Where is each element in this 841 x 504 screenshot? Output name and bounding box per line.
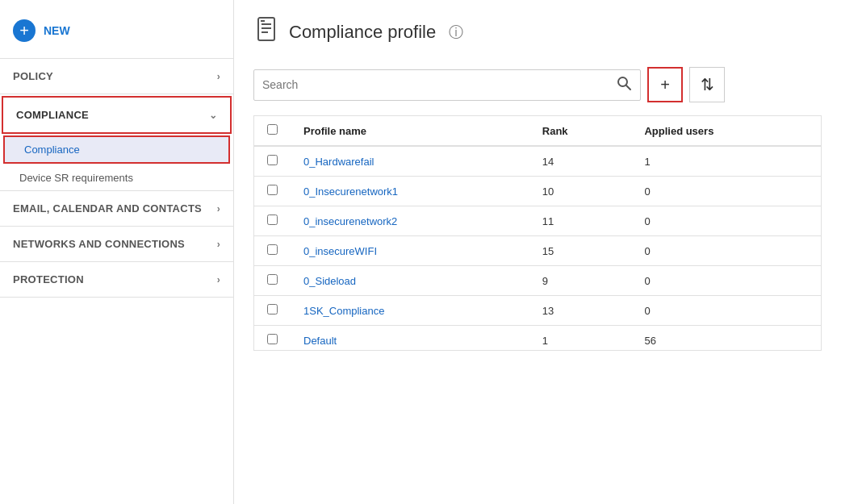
row-checkbox[interactable] [267,274,278,285]
sidebar-item-email[interactable]: EMAIL, CALENDAR AND CONTACTS › [0,191,233,226]
table-row: 0_insecurenetwork2 11 0 [254,206,822,236]
toolbar: + ⇅ [253,67,822,102]
table-row: 0_Insecurenetwork1 10 0 [254,177,822,206]
rank-cell: 11 [529,206,632,236]
protection-label: PROTECTION [13,273,84,285]
row-checkbox-cell[interactable] [254,326,291,351]
networks-chevron-icon: › [217,239,220,250]
compliance-chevron-icon: ⌄ [209,110,217,121]
sidebar-section-email: EMAIL, CALENDAR AND CONTACTS › [0,191,233,227]
rank-cell: 9 [529,266,632,296]
email-label: EMAIL, CALENDAR AND CONTACTS [13,202,202,215]
sidebar: + NEW POLICY › COMPLIANCE ⌄ Compliance D… [0,0,234,504]
applied-users-cell: 0 [631,296,821,326]
profile-name-cell[interactable]: 0_Insecurenetwork1 [291,177,529,206]
table-row: 0_Sideload 9 0 [254,266,822,296]
email-chevron-icon: › [217,203,220,215]
rank-cell: 13 [529,296,632,326]
table-row: 0_insecureWIFI 15 0 [254,236,822,266]
table-row: 1SK_Compliance 13 0 [254,296,822,326]
applied-users-cell: 56 [631,326,821,351]
sidebar-item-protection[interactable]: PROTECTION › [0,262,233,297]
applied-users-cell: 1 [631,146,821,177]
applied-users-header: Applied users [631,116,821,147]
row-checkbox[interactable] [267,304,278,314]
sidebar-item-compliance-compliance[interactable]: Compliance [3,135,230,164]
table-row: Default 1 56 [254,326,822,351]
profile-name-cell[interactable]: 0_Hardwarefail [291,146,529,177]
new-button-label: NEW [44,24,70,37]
row-checkbox[interactable] [267,185,278,195]
rank-header: Rank [529,116,632,147]
search-box[interactable] [253,69,641,101]
help-icon[interactable]: ⓘ [449,23,463,42]
applied-users-cell: 0 [631,206,821,236]
policy-chevron-icon: › [217,71,220,82]
profile-name-cell[interactable]: 0_Sideload [291,266,529,296]
compliance-profile-icon [253,16,279,48]
row-checkbox-cell[interactable] [254,146,291,177]
compliance-link: Compliance [24,144,80,156]
row-checkbox[interactable] [267,244,278,255]
profile-name-cell[interactable]: 0_insecureWIFI [291,236,529,266]
rank-cell: 10 [529,177,632,206]
page-title: Compliance profile [289,22,436,43]
sidebar-item-networks[interactable]: NETWORKS AND CONNECTIONS › [0,227,233,261]
main-content: Compliance profile ⓘ + ⇅ [234,0,841,504]
new-plus-icon: + [13,19,36,42]
row-checkbox-cell[interactable] [254,177,291,206]
profile-name-header: Profile name [291,116,529,147]
rank-cell: 15 [529,236,632,266]
row-checkbox[interactable] [267,334,278,344]
policy-label: POLICY [13,70,53,82]
rank-cell: 14 [529,146,632,177]
row-checkbox-cell[interactable] [254,206,291,236]
table-header-row: Profile name Rank Applied users [254,116,822,147]
row-checkbox-cell[interactable] [254,266,291,296]
new-button[interactable]: + NEW [0,13,233,58]
sidebar-section-compliance: COMPLIANCE ⌄ Compliance Device SR requir… [0,96,233,191]
search-input[interactable] [262,78,616,91]
applied-users-cell: 0 [631,236,821,266]
select-all-header[interactable] [254,116,291,147]
compliance-label: COMPLIANCE [16,109,89,121]
sidebar-section-policy: POLICY › [0,59,233,94]
row-checkbox[interactable] [267,155,278,165]
device-sr-label: Device SR requirements [19,172,133,184]
sort-button[interactable]: ⇅ [689,67,725,102]
applied-users-cell: 0 [631,266,821,296]
applied-users-cell: 0 [631,177,821,206]
rank-cell: 1 [529,326,632,351]
sidebar-section-networks: NETWORKS AND CONNECTIONS › [0,227,233,262]
sidebar-item-policy[interactable]: POLICY › [0,59,233,94]
select-all-checkbox[interactable] [267,124,278,135]
row-checkbox-cell[interactable] [254,296,291,326]
add-icon: + [660,76,670,94]
compliance-table: Profile name Rank Applied users 0_Hardwa… [253,115,822,351]
sort-icon: ⇅ [701,75,714,94]
sidebar-item-device-sr[interactable]: Device SR requirements [0,165,233,190]
row-checkbox-cell[interactable] [254,236,291,266]
svg-line-5 [626,85,630,90]
profile-name-cell[interactable]: 0_insecurenetwork2 [291,206,529,236]
sidebar-section-protection: PROTECTION › [0,262,233,298]
sidebar-item-compliance[interactable]: COMPLIANCE ⌄ [2,96,232,134]
protection-chevron-icon: › [217,274,220,285]
profile-name-cell[interactable]: Default [291,326,529,351]
profile-name-cell[interactable]: 1SK_Compliance [291,296,529,326]
add-profile-button[interactable]: + [647,67,683,102]
page-header: Compliance profile ⓘ [253,16,822,48]
networks-label: NETWORKS AND CONNECTIONS [13,238,185,250]
search-icon [616,75,632,95]
row-checkbox[interactable] [267,215,278,225]
table-row: 0_Hardwarefail 14 1 [254,146,822,177]
